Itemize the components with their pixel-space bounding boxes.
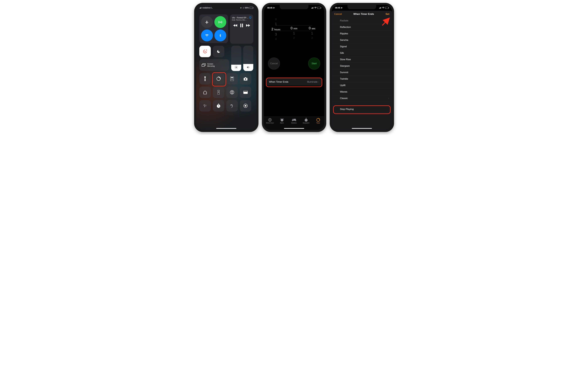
rotation-lock-button[interactable] — [199, 46, 211, 57]
list-item[interactable]: Sencha — [332, 37, 392, 44]
home-indicator[interactable] — [284, 128, 304, 129]
svg-line-15 — [235, 68, 235, 68]
stopwatch-button[interactable] — [213, 100, 224, 111]
wifi-icon — [382, 7, 384, 9]
timer-button[interactable] — [213, 73, 224, 85]
sound-label: Twinkle — [340, 77, 348, 80]
svg-point-19 — [218, 77, 219, 77]
do-not-disturb-button[interactable] — [213, 46, 224, 57]
flashlight-button[interactable] — [199, 73, 211, 85]
start-label: Start — [312, 62, 317, 65]
ear-button[interactable] — [226, 100, 238, 111]
screen-mirroring-button[interactable]: ScreenMirroring — [199, 59, 229, 71]
svg-rect-47 — [306, 118, 306, 118]
picker-sec-faded: 2 — [306, 36, 319, 40]
svg-rect-7 — [202, 64, 205, 66]
svg-point-0 — [220, 22, 220, 22]
battery-icon — [250, 7, 253, 9]
stopwatch-icon — [304, 118, 308, 122]
svg-point-22 — [231, 79, 231, 79]
media-tile[interactable]: Vis - Forest EP… Dub Techno Blo… — [230, 14, 253, 44]
sound-label: Silk — [340, 52, 344, 55]
three-phone-layout: vodafone UK VPN ◉ ➤ ♫ 56% — [0, 0, 588, 135]
home-button[interactable] — [199, 87, 211, 98]
phone-frame-2: 08:45 ➤ 0 1 2 hours 3 4 — [262, 3, 326, 132]
notch — [347, 5, 376, 9]
calculator-button[interactable] — [226, 73, 238, 85]
tab-world-clock[interactable]: World Clock — [265, 118, 275, 124]
timer-picker[interactable]: 0 1 2 hours 3 4 0 min 1 2 — [264, 5, 324, 52]
start-button[interactable]: Start — [308, 57, 320, 70]
cellular-toggle[interactable] — [214, 16, 226, 28]
list-item-classic[interactable]: Classic› — [332, 95, 392, 102]
accessibility-button[interactable] — [226, 87, 238, 98]
home-indicator[interactable] — [352, 128, 372, 129]
sound-label: Classic — [340, 97, 348, 100]
list-item[interactable]: Slow Rise — [332, 56, 392, 63]
list-item[interactable]: Waves — [332, 89, 392, 95]
list-item-stop-playing[interactable]: Stop Playing — [332, 106, 392, 112]
headphones-icon: ♫ — [242, 7, 244, 9]
pause-button[interactable] — [240, 23, 243, 27]
alarm-icon — [280, 118, 284, 122]
list-item[interactable]: Uplift — [332, 82, 392, 89]
sound-label: Reflection — [340, 26, 351, 29]
location-arrow-icon: ➤ — [341, 7, 343, 9]
svg-point-27 — [233, 79, 233, 80]
home-indicator[interactable] — [216, 128, 236, 129]
svg-line-16 — [237, 66, 237, 66]
when-timer-ends-row[interactable]: When Timer Ends Illuminate › — [266, 78, 322, 86]
picker-hours-faded: 3 — [270, 32, 283, 37]
rewind-button[interactable] — [233, 24, 238, 27]
now-playing-title: Vis - Forest EP… — [232, 16, 251, 19]
svg-point-28 — [245, 78, 246, 80]
tab-timer[interactable]: Timer — [313, 118, 323, 124]
phone-frame-1: vodafone UK VPN ◉ ➤ ♫ 56% — [194, 3, 258, 132]
list-item[interactable]: Stargaze — [332, 63, 392, 69]
tab-bedtime[interactable]: Bedtime — [289, 118, 299, 124]
tab-alarm[interactable]: Alarm — [277, 118, 287, 124]
sound-label: Stargaze — [340, 65, 350, 67]
wallet-button[interactable] — [240, 87, 251, 98]
svg-point-48 — [305, 119, 308, 122]
bluetooth-toggle[interactable] — [214, 30, 226, 41]
svg-point-45 — [293, 119, 293, 120]
svg-point-26 — [232, 79, 232, 80]
sound-label: Sencha — [340, 39, 348, 42]
forward-button[interactable] — [246, 24, 250, 27]
wifi-toggle[interactable] — [201, 30, 213, 41]
remote-button[interactable] — [213, 87, 224, 98]
screen-3: 08:45 ➤ Cancel When Timer Ends Set Radia — [332, 5, 392, 130]
battery-icon — [385, 7, 388, 9]
svg-line-13 — [235, 66, 235, 66]
airplay-icon — [249, 16, 252, 19]
svg-point-41 — [281, 119, 284, 122]
volume-slider[interactable] — [243, 46, 253, 71]
notch — [212, 5, 241, 9]
svg-point-30 — [218, 91, 219, 92]
screen-1: vodafone UK VPN ◉ ➤ ♫ 56% — [196, 5, 256, 130]
airplane-toggle[interactable] — [201, 16, 213, 28]
cancel-button[interactable]: Cancel — [268, 57, 280, 70]
camera-button[interactable] — [240, 73, 251, 85]
list-item[interactable]: Summit — [332, 69, 392, 76]
list-item[interactable]: Signal — [332, 44, 392, 50]
list-item[interactable]: Twinkle — [332, 76, 392, 82]
battery-percent: 56% — [245, 7, 249, 9]
tab-label: Timer — [316, 122, 320, 124]
sound-list[interactable]: Radiate Reflection Ripples Sencha Signal… — [332, 18, 392, 112]
hearing-button[interactable] — [199, 100, 211, 111]
cancel-button[interactable]: Cancel — [334, 13, 342, 15]
connectivity-tile — [199, 14, 228, 43]
picker-sec-faded: 1 — [306, 31, 319, 36]
set-button[interactable]: Set — [386, 13, 389, 15]
list-item[interactable]: Ripples — [332, 31, 392, 37]
brightness-slider[interactable] — [231, 46, 241, 71]
list-item[interactable]: Silk — [332, 50, 392, 56]
tab-stopwatch[interactable]: Stopwatch — [301, 118, 311, 124]
notch — [280, 5, 308, 9]
annotation-arrow — [381, 18, 391, 26]
record-button[interactable] — [240, 100, 251, 111]
phone-frame-3: 08:45 ➤ Cancel When Timer Ends Set Radia — [330, 3, 394, 132]
chevron-right-icon: › — [388, 97, 389, 100]
